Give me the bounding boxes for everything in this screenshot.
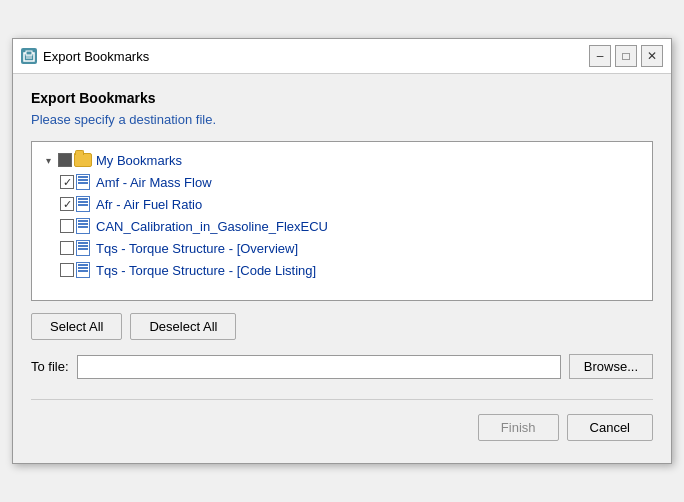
tree-item-0[interactable]: Amf - Air Mass Flow (60, 172, 644, 192)
item-4-label[interactable]: Tqs - Torque Structure - [Code Listing] (96, 263, 316, 278)
browse-button[interactable]: Browse... (569, 354, 653, 379)
item-2-label[interactable]: CAN_Calibration_in_Gasoline_FlexECU (96, 219, 328, 234)
doc-icon-0 (76, 174, 90, 190)
item-4-checkbox[interactable] (60, 263, 74, 277)
doc-icon-1 (76, 196, 90, 212)
root-checkbox[interactable] (58, 153, 72, 167)
item-2-checkbox[interactable] (60, 219, 74, 233)
doc-icon-3 (76, 240, 90, 256)
expand-icon[interactable]: ▾ (40, 152, 56, 168)
folder-icon (74, 153, 92, 167)
tree-children: Amf - Air Mass Flow Afr - Air Fuel Ratio… (40, 172, 644, 280)
finish-button[interactable]: Finish (478, 414, 559, 441)
tree-item-1[interactable]: Afr - Air Fuel Ratio (60, 194, 644, 214)
tree-item-4[interactable]: Tqs - Torque Structure - [Code Listing] (60, 260, 644, 280)
selection-buttons: Select All Deselect All (31, 313, 653, 340)
tree-root-row[interactable]: ▾ My Bookmarks (40, 150, 644, 170)
tree-item-2[interactable]: CAN_Calibration_in_Gasoline_FlexECU (60, 216, 644, 236)
bookmark-tree: ▾ My Bookmarks Amf - Air Mass Flow (31, 141, 653, 301)
item-3-label[interactable]: Tqs - Torque Structure - [Overview] (96, 241, 298, 256)
item-1-checkbox[interactable] (60, 197, 74, 211)
cancel-button[interactable]: Cancel (567, 414, 653, 441)
item-0-label[interactable]: Amf - Air Mass Flow (96, 175, 212, 190)
file-label: To file: (31, 359, 69, 374)
bottom-divider (31, 399, 653, 400)
close-button[interactable]: ✕ (641, 45, 663, 67)
root-label[interactable]: My Bookmarks (96, 153, 182, 168)
dialog-subtitle: Please specify a destination file. (31, 112, 653, 127)
export-bookmarks-dialog: Export Bookmarks – □ ✕ Export Bookmarks … (12, 38, 672, 464)
window-title: Export Bookmarks (43, 49, 583, 64)
window-icon (21, 48, 37, 64)
doc-icon-2 (76, 218, 90, 234)
maximize-button[interactable]: □ (615, 45, 637, 67)
item-3-checkbox[interactable] (60, 241, 74, 255)
deselect-all-button[interactable]: Deselect All (130, 313, 236, 340)
dialog-content: Export Bookmarks Please specify a destin… (13, 74, 671, 463)
action-buttons: Finish Cancel (31, 410, 653, 447)
select-all-button[interactable]: Select All (31, 313, 122, 340)
item-1-label[interactable]: Afr - Air Fuel Ratio (96, 197, 202, 212)
doc-icon-4 (76, 262, 90, 278)
window-controls: – □ ✕ (589, 45, 663, 67)
tree-item-3[interactable]: Tqs - Torque Structure - [Overview] (60, 238, 644, 258)
file-row: To file: Browse... (31, 354, 653, 379)
file-input[interactable] (77, 355, 561, 379)
title-bar: Export Bookmarks – □ ✕ (13, 39, 671, 74)
dialog-title: Export Bookmarks (31, 90, 653, 106)
minimize-button[interactable]: – (589, 45, 611, 67)
tree-root: ▾ My Bookmarks Amf - Air Mass Flow (40, 150, 644, 280)
svg-rect-1 (26, 51, 32, 55)
item-0-checkbox[interactable] (60, 175, 74, 189)
